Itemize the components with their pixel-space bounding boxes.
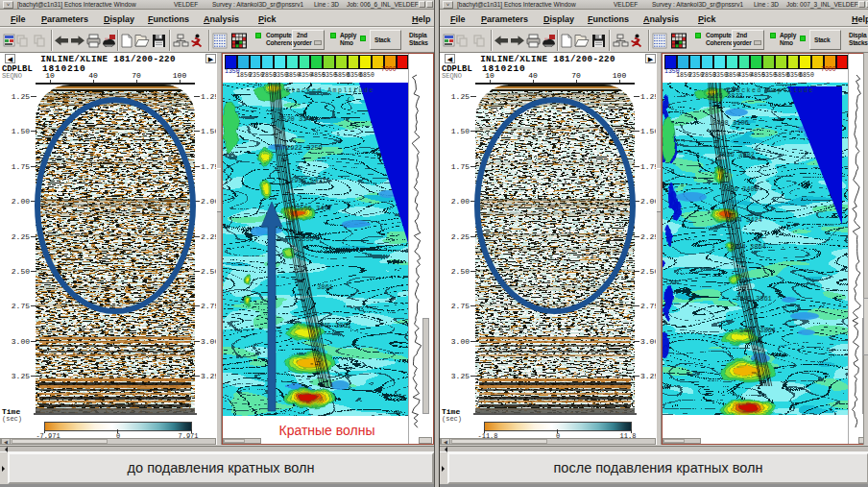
svg-text:3445 3861: 3445 3861 — [315, 322, 351, 329]
svg-text:2964 3424: 2964 3424 — [726, 216, 762, 224]
svg-text:3556: 3556 — [298, 235, 314, 243]
svg-text:3861: 3861 — [317, 283, 333, 291]
svg-text:3520 3141: 3520 3141 — [278, 115, 315, 123]
svg-text:2936 3902: 2936 3902 — [718, 151, 755, 158]
svg-text:2956 5437: 2956 5437 — [290, 177, 326, 184]
svg-text:3445 3861: 3445 3861 — [735, 295, 772, 303]
svg-text:3445 3864: 3445 3864 — [739, 327, 776, 334]
svg-text:3556 3447: 3556 3447 — [296, 205, 332, 212]
svg-text:2922 3259: 2922 3259 — [286, 144, 323, 152]
svg-text:2994 3864: 2994 3864 — [730, 243, 766, 251]
svg-text:2886 3408: 2886 3408 — [722, 185, 759, 193]
svg-text:Stacked Amplitude: Stacked Amplitude — [286, 87, 374, 94]
svg-text:2226 2823: 2226 2823 — [707, 92, 743, 100]
svg-text:2408 3106: 2408 3106 — [712, 119, 749, 127]
